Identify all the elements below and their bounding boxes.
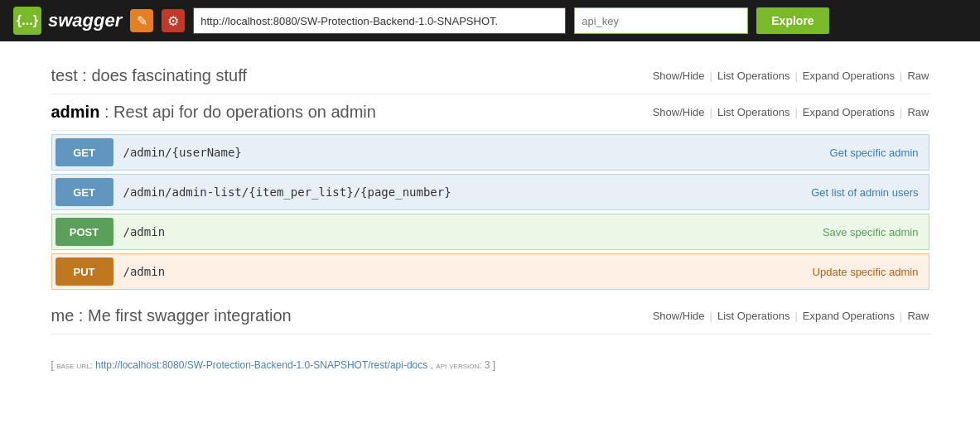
explore-button[interactable]: Explore xyxy=(756,7,828,34)
main-content: test : does fascinating stuff Show/Hide … xyxy=(18,41,963,396)
section-me: me : Me first swagger integration Show/H… xyxy=(51,298,929,334)
base-url-link[interactable]: http://localhost:8080/SW-Protection-Back… xyxy=(95,359,427,371)
table-row: GET /admin/{userName} Get specific admin xyxy=(51,134,929,171)
section-me-prefix: me xyxy=(51,306,75,325)
op-path-1: /admin/{userName} xyxy=(120,139,830,166)
op-summary-2: Get list of admin users xyxy=(811,186,928,199)
section-me-colon: : xyxy=(74,306,88,325)
table-row: PUT /admin Update specific admin xyxy=(51,253,929,290)
section-test-title: test : does fascinating stuff xyxy=(51,66,247,85)
section-admin-title: admin : Rest api for do operations on ad… xyxy=(51,103,376,122)
section-admin-colon: : xyxy=(99,103,113,121)
section-me-description: Me first swagger integration xyxy=(88,306,292,325)
op-path-2: /admin/admin-list/{item_per_list}/{page_… xyxy=(120,179,812,205)
gear-icon: ⚙ xyxy=(162,9,185,32)
me-list-ops-link[interactable]: List Operations xyxy=(717,310,789,322)
brand: {...} swagger xyxy=(13,7,122,35)
admin-raw-link[interactable]: Raw xyxy=(907,106,929,118)
section-me-title: me : Me first swagger integration xyxy=(51,306,292,325)
section-me-actions: Show/Hide | List Operations | Expand Ope… xyxy=(653,310,929,322)
section-test-actions: Show/Hide | List Operations | Expand Ope… xyxy=(653,70,929,82)
section-test: test : does fascinating stuff Show/Hide … xyxy=(51,58,929,94)
me-show-hide-link[interactable]: Show/Hide xyxy=(653,310,705,322)
section-admin: admin : Rest api for do operations on ad… xyxy=(51,94,929,131)
sep4: | xyxy=(710,106,712,118)
section-admin-actions: Show/Hide | List Operations | Expand Ope… xyxy=(653,106,929,118)
base-url-label: base url: xyxy=(56,360,92,370)
url-input[interactable] xyxy=(193,7,566,34)
get-badge-2[interactable]: GET xyxy=(56,178,113,206)
bracket-close: ] xyxy=(490,359,495,371)
admin-operations: GET /admin/{userName} Get specific admin… xyxy=(51,134,929,290)
section-test-description: does fascinating stuff xyxy=(91,66,247,84)
test-raw-link[interactable]: Raw xyxy=(907,70,929,82)
footer: [ base url: http://localhost:8080/SW-Pro… xyxy=(51,359,929,371)
sep7: | xyxy=(710,310,712,322)
sep8: | xyxy=(794,310,797,322)
test-expand-ops-link[interactable]: Expand Operations xyxy=(803,70,895,82)
op-path-3: /admin xyxy=(120,219,823,245)
post-badge-1[interactable]: POST xyxy=(56,218,113,246)
sep1: | xyxy=(710,70,712,82)
admin-list-ops-link[interactable]: List Operations xyxy=(717,106,789,118)
op-path-4: /admin xyxy=(120,258,813,285)
logo-braces: {...} xyxy=(17,13,38,28)
sep5: | xyxy=(794,106,797,118)
sep6: | xyxy=(900,106,902,118)
api-key-input[interactable] xyxy=(574,7,748,34)
pencil-icon: ✎ xyxy=(130,9,153,32)
table-row: POST /admin Save specific admin xyxy=(51,214,929,250)
footer-comma: , xyxy=(427,359,433,371)
put-badge-1[interactable]: PUT xyxy=(56,257,113,286)
me-expand-ops-link[interactable]: Expand Operations xyxy=(803,310,895,322)
test-show-hide-link[interactable]: Show/Hide xyxy=(653,70,705,82)
section-admin-prefix: admin xyxy=(51,103,100,121)
op-summary-3: Save specific admin xyxy=(823,226,929,238)
op-summary-4: Update specific admin xyxy=(813,266,929,278)
sep9: | xyxy=(900,310,902,322)
swagger-title: swagger xyxy=(48,10,122,31)
sep3: | xyxy=(900,70,902,82)
table-row: GET /admin/admin-list/{item_per_list}/{p… xyxy=(51,174,929,210)
me-raw-link[interactable]: Raw xyxy=(907,310,929,322)
admin-show-hide-link[interactable]: Show/Hide xyxy=(653,106,705,118)
section-test-colon: : xyxy=(78,66,92,84)
swagger-logo-icon: {...} xyxy=(13,7,41,35)
op-summary-1: Get specific admin xyxy=(830,147,929,159)
section-admin-description: Rest api for do operations on admin xyxy=(113,103,376,121)
test-list-ops-link[interactable]: List Operations xyxy=(717,70,789,82)
sep2: | xyxy=(794,70,797,82)
get-badge-1[interactable]: GET xyxy=(56,138,113,166)
api-version-label: api version: xyxy=(436,360,481,370)
section-test-prefix: test xyxy=(51,66,78,84)
admin-expand-ops-link[interactable]: Expand Operations xyxy=(803,106,895,118)
navbar: {...} swagger ✎ ⚙ Explore xyxy=(0,0,980,41)
